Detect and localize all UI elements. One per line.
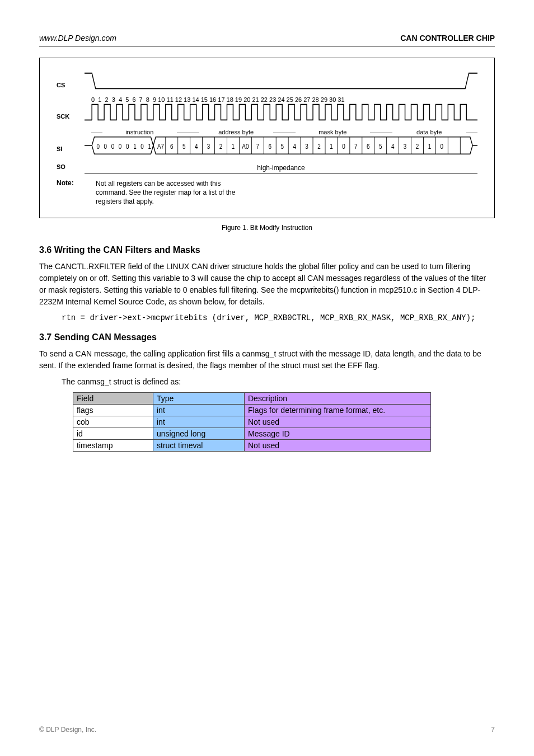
- section-3-7-body: To send a CAN message, the calling appli…: [39, 348, 495, 372]
- svg-text:0: 0: [441, 142, 443, 149]
- svg-text:A7: A7: [157, 142, 164, 149]
- table-row: cob int Not used: [73, 416, 431, 428]
- footer-copyright: © DLP Design, Inc.: [39, 726, 96, 734]
- section-3-7-title: 3.7 Sending CAN Messages: [39, 332, 495, 342]
- svg-text:2: 2: [416, 142, 419, 149]
- table-header-row: Field Type Description: [73, 392, 431, 404]
- section-3-6-title: 3.6 Writing the CAN Filters and Masks: [39, 245, 495, 255]
- header-left: www.DLP Design.com: [39, 34, 116, 43]
- svg-text:0: 0: [126, 142, 129, 149]
- svg-text:3: 3: [305, 142, 308, 149]
- cell-desc: Not used: [245, 416, 431, 428]
- instruction-label: instruction: [91, 129, 188, 135]
- cell-field: cob: [73, 416, 153, 428]
- byte-labels: instruction address byte mask byte data …: [91, 129, 477, 135]
- col-header-type: Type: [153, 392, 245, 404]
- svg-text:7: 7: [256, 142, 259, 149]
- svg-text:0: 0: [140, 142, 143, 149]
- svg-text:6: 6: [367, 142, 369, 149]
- figure-caption: Figure 1. Bit Modify Instruction: [39, 224, 495, 232]
- header-right: CAN CONTROLLER CHIP: [400, 34, 495, 43]
- page-header: www.DLP Design.com CAN CONTROLLER CHIP: [39, 34, 495, 43]
- svg-text:4: 4: [195, 142, 198, 149]
- sck-tick-numbers: 0 1 2 3 4 5 6 7 8 9 10 11 12 13 14 15 16…: [91, 96, 477, 103]
- figure-note: Note: Not all registers can be accessed …: [57, 179, 477, 206]
- col-header-desc: Description: [245, 392, 431, 404]
- page-footer: © DLP Design, Inc. 7: [0, 726, 534, 734]
- svg-text:0: 0: [104, 142, 107, 149]
- section-3-6-body: The CANCTL.RXFILTER field of the LINUX C…: [39, 261, 495, 308]
- col-header-field: Field: [73, 392, 153, 404]
- svg-text:0: 0: [342, 142, 345, 149]
- cell-type: int: [153, 404, 245, 416]
- cell-desc: Message ID: [245, 428, 431, 439]
- data-label: data byte: [381, 129, 478, 135]
- svg-text:0: 0: [119, 142, 121, 149]
- svg-text:1: 1: [232, 142, 235, 149]
- svg-text:0: 0: [96, 142, 99, 149]
- so-row: SO high-impedance: [57, 163, 477, 173]
- cs-row: CS: [57, 72, 477, 92]
- svg-text:3: 3: [207, 142, 210, 149]
- si-label: SI: [57, 145, 85, 156]
- table-row: timestamp struct timeval Not used: [73, 439, 431, 451]
- cell-type: unsigned long: [153, 428, 245, 439]
- svg-text:5: 5: [379, 142, 382, 149]
- table-row: flags int Flags for determining frame fo…: [73, 404, 431, 416]
- svg-text:1: 1: [148, 142, 151, 149]
- so-high-impedance: high-impedance: [85, 164, 477, 173]
- sck-waveform: [85, 103, 477, 123]
- svg-text:1: 1: [428, 142, 431, 149]
- footer-page-number: 7: [491, 726, 495, 734]
- si-waveform: 0 0 0 0 0 1 0 1 A7 6 5 4 3 2 1 A0 7: [85, 135, 477, 156]
- svg-text:1: 1: [133, 142, 136, 149]
- canmsg-struct-table: Field Type Description flags int Flags f…: [73, 392, 431, 452]
- svg-text:1: 1: [330, 142, 332, 149]
- svg-text:7: 7: [354, 142, 357, 149]
- cs-waveform: [85, 72, 477, 92]
- sck-row: SCK: [57, 103, 477, 123]
- so-label: SO: [57, 163, 85, 173]
- cell-field: timestamp: [73, 439, 153, 451]
- svg-text:6: 6: [269, 142, 271, 149]
- cell-type: int: [153, 416, 245, 428]
- sck-label: SCK: [57, 113, 85, 123]
- svg-text:4: 4: [391, 142, 394, 149]
- note-label: Note:: [57, 179, 96, 206]
- table-row: id unsigned long Message ID: [73, 428, 431, 439]
- svg-text:0: 0: [111, 142, 114, 149]
- svg-text:4: 4: [293, 142, 296, 149]
- svg-text:5: 5: [182, 142, 185, 149]
- svg-text:2: 2: [317, 142, 320, 149]
- address-label: address byte: [188, 129, 285, 135]
- cell-desc: Not used: [245, 439, 431, 451]
- svg-text:5: 5: [280, 142, 283, 149]
- code-signature-mcpwritebits: rtn = driver->ext->mcpwritebits (driver,…: [62, 313, 495, 322]
- figure-box: CS 0 1 2 3 4 5 6 7 8 9 10 11 12 13 14 15…: [39, 58, 495, 218]
- svg-text:A0: A0: [242, 142, 249, 149]
- note-text: Not all registers can be accessed with t…: [96, 179, 252, 206]
- svg-text:2: 2: [219, 142, 222, 149]
- cell-field: flags: [73, 404, 153, 416]
- header-rule: [39, 46, 495, 46]
- svg-text:3: 3: [404, 142, 406, 149]
- si-row: SI: [57, 135, 477, 156]
- cell-type: struct timeval: [153, 439, 245, 451]
- cs-label: CS: [57, 82, 85, 92]
- cell-desc: Flags for determining frame format, etc.: [245, 404, 431, 416]
- struct-intro: The canmsg_t struct is defined as:: [62, 376, 495, 388]
- cell-field: id: [73, 428, 153, 439]
- mask-label: mask byte: [284, 129, 381, 135]
- svg-text:6: 6: [170, 142, 173, 149]
